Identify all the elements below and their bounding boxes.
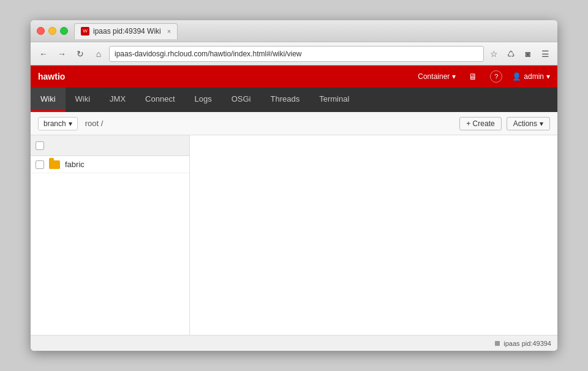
close-button[interactable] xyxy=(37,27,45,35)
container-dropdown[interactable]: Container ▾ xyxy=(418,72,456,81)
branch-dropdown[interactable]: branch ▾ xyxy=(38,117,78,130)
actions-button[interactable]: Actions ▾ xyxy=(507,117,550,130)
header-right: Container ▾ 🖥 ? 👤 admin ▾ xyxy=(418,69,550,84)
tab-wiki-2[interactable]: Wiki xyxy=(66,88,100,112)
browser-tab[interactable]: W ipaas pid:49394 Wiki × xyxy=(74,23,178,39)
file-list-panel: fabric xyxy=(31,135,190,335)
tab-logs[interactable]: Logs xyxy=(185,88,222,112)
refresh-button[interactable]: ↻ xyxy=(72,46,88,62)
tab-osgi[interactable]: OSGi xyxy=(222,88,261,112)
app-header: hawtio Container ▾ 🖥 ? 👤 admin ▾ xyxy=(31,66,557,88)
tab-jmx[interactable]: JMX xyxy=(100,88,135,112)
status-bar: ipaas pid:49394 xyxy=(31,335,557,351)
minimize-button[interactable] xyxy=(48,27,56,35)
create-button[interactable]: + Create xyxy=(459,117,501,130)
admin-dropdown[interactable]: 👤 admin ▾ xyxy=(512,72,550,81)
window-controls xyxy=(37,27,68,35)
forward-button[interactable]: → xyxy=(54,46,70,62)
sync-icon[interactable]: ♺ xyxy=(503,47,518,61)
admin-icon: 👤 xyxy=(512,72,521,81)
status-indicator xyxy=(495,341,500,346)
extension-icon[interactable]: ◙ xyxy=(521,47,535,61)
tab-terminal[interactable]: Terminal xyxy=(309,88,359,112)
tab-wiki-1[interactable]: Wiki xyxy=(31,88,66,112)
admin-label: admin xyxy=(524,72,544,81)
tab-bar: W ipaas pid:49394 Wiki × xyxy=(74,23,551,39)
item-checkbox[interactable] xyxy=(36,160,44,169)
tab-threads[interactable]: Threads xyxy=(261,88,310,112)
actions-label: Actions xyxy=(513,119,537,128)
toolbar-right: + Create Actions ▾ xyxy=(459,117,550,130)
actions-chevron-icon: ▾ xyxy=(540,119,543,128)
tab-connect[interactable]: Connect xyxy=(135,88,184,112)
file-name: fabric xyxy=(65,160,85,169)
help-icon[interactable]: ? xyxy=(490,70,502,83)
tab-favicon: W xyxy=(81,27,89,36)
menu-icon[interactable]: ☰ xyxy=(538,47,552,61)
branch-chevron-icon: ▾ xyxy=(69,119,72,128)
url-input[interactable] xyxy=(109,46,484,62)
container-chevron-icon: ▾ xyxy=(452,72,456,81)
toolbar: branch ▾ root / + Create Actions ▾ xyxy=(31,112,557,135)
bookmark-icon[interactable]: ☆ xyxy=(486,47,501,61)
home-button[interactable]: ⌂ xyxy=(91,46,107,62)
nav-bar: ← → ↻ ⌂ ☆ ♺ ◙ ☰ xyxy=(31,42,557,66)
file-list-header xyxy=(31,135,189,156)
title-bar: W ipaas pid:49394 Wiki × xyxy=(31,20,557,42)
nav-tabs: Wiki Wiki JMX Connect Logs OSGi Threads … xyxy=(31,88,557,112)
monitor-icon[interactable]: 🖥 xyxy=(466,69,480,84)
admin-chevron-icon: ▾ xyxy=(546,72,550,81)
select-all-checkbox[interactable] xyxy=(36,141,44,150)
back-button[interactable]: ← xyxy=(36,46,51,62)
create-label: + Create xyxy=(466,119,494,128)
tab-close-button[interactable]: × xyxy=(167,28,171,35)
status-text: ipaas pid:49394 xyxy=(503,340,551,347)
container-label: Container xyxy=(418,72,450,81)
breadcrumb: root / xyxy=(85,119,104,128)
detail-panel xyxy=(190,135,557,335)
content-area: fabric xyxy=(31,135,557,335)
folder-icon xyxy=(49,160,60,169)
list-item[interactable]: fabric xyxy=(31,156,189,173)
branch-label: branch xyxy=(43,119,66,128)
tab-title: ipaas pid:49394 Wiki xyxy=(93,27,161,36)
app-logo: hawtio xyxy=(38,72,65,81)
maximize-button[interactable] xyxy=(60,27,68,35)
